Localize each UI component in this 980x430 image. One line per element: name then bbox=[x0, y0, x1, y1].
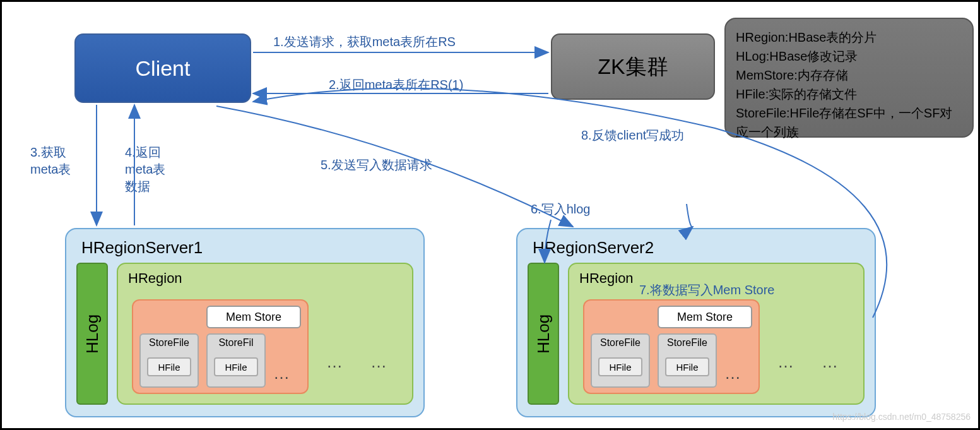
dots-icon: … bbox=[370, 352, 389, 372]
rs1-hfile-2: HFile bbox=[214, 357, 258, 376]
edge-label-1: 1.发送请求，获取meta表所在RS bbox=[273, 33, 456, 51]
legend-line-hlog: HLog:HBase修改记录 bbox=[736, 47, 962, 66]
legend-line-hfile: HFile:实际的存储文件 bbox=[736, 85, 962, 104]
rs1-storefile-1: StoreFile HFile bbox=[139, 333, 199, 388]
rs1-store: Mem Store StoreFile HFile StoreFil HFile… bbox=[132, 299, 309, 394]
rs1-storefile-2: StoreFil HFile bbox=[206, 333, 266, 388]
edge-label-4a: 4.返回 bbox=[125, 144, 161, 161]
rs2-hfile-2: HFile bbox=[665, 357, 709, 376]
rs1-hlog: HLog bbox=[76, 263, 108, 405]
rs1-sf2-label: StoreFil bbox=[218, 337, 253, 348]
rs2-store: Mem Store StoreFile HFile StoreFile HFil… bbox=[583, 299, 760, 394]
edge-label-2: 2.返回meta表所在RS(1) bbox=[329, 76, 463, 93]
hregionserver1-node: HRegionServer1 HLog HRegion Mem Store St… bbox=[65, 228, 425, 417]
rs2-sf2-label: StoreFile bbox=[667, 337, 707, 348]
hregionserver2-node: HRegionServer2 HLog HRegion Mem Store St… bbox=[516, 228, 876, 417]
edge-label-4b: meta表 bbox=[125, 161, 165, 178]
edge-label-5: 5.发送写入数据请求 bbox=[321, 157, 432, 174]
zk-cluster-node: ZK集群 bbox=[551, 33, 715, 100]
edge-label-8: 8.反馈client写成功 bbox=[581, 127, 684, 144]
rs2-storefile-2: StoreFile HFile bbox=[658, 333, 717, 388]
dots-icon: … bbox=[777, 352, 796, 372]
rs2-hlog: HLog bbox=[528, 263, 559, 405]
dots-icon: … bbox=[273, 364, 292, 383]
edge-label-7: 7.将数据写入Mem Store bbox=[639, 282, 774, 299]
diagram-canvas: Client ZK集群 HRegion:HBase表的分片 HLog:HBase… bbox=[0, 0, 980, 430]
rs1-hregion-title: HRegion bbox=[128, 270, 404, 287]
legend-line-storefile: StoreFile:HFile存储在SF中，一个SF对应一个列族 bbox=[736, 104, 962, 141]
rs1-memstore: Mem Store bbox=[206, 306, 301, 328]
dots-icon: … bbox=[822, 352, 841, 372]
rs1-hfile-1: HFile bbox=[147, 357, 191, 376]
legend-line-hregion: HRegion:HBase表的分片 bbox=[736, 28, 962, 47]
client-node: Client bbox=[74, 33, 251, 103]
rs2-memstore: Mem Store bbox=[658, 306, 752, 328]
edge-label-4c: 数据 bbox=[125, 178, 150, 195]
edge-label-3b: meta表 bbox=[30, 161, 71, 178]
dots-icon: … bbox=[326, 352, 345, 372]
edge-label-3a: 3.获取 bbox=[30, 144, 66, 161]
edge-label-6: 6.写入hlog bbox=[531, 201, 591, 218]
rs1-sf1-label: StoreFile bbox=[149, 337, 189, 348]
rs2-title: HRegionServer2 bbox=[533, 238, 865, 258]
legend-box: HRegion:HBase表的分片 HLog:HBase修改记录 MemStor… bbox=[724, 18, 974, 138]
watermark-text: https://blog.csdn.net/m0_48758256 bbox=[832, 412, 971, 422]
rs1-title: HRegionServer1 bbox=[81, 238, 413, 258]
legend-line-memstore: MemStore:内存存储 bbox=[736, 66, 962, 85]
rs2-hfile-1: HFile bbox=[598, 357, 642, 376]
rs2-storefile-1: StoreFile HFile bbox=[591, 333, 650, 388]
rs2-sf1-label: StoreFile bbox=[600, 337, 641, 348]
rs1-hregion: HRegion Mem Store StoreFile HFile StoreF… bbox=[117, 263, 413, 405]
dots-icon: … bbox=[724, 364, 743, 383]
